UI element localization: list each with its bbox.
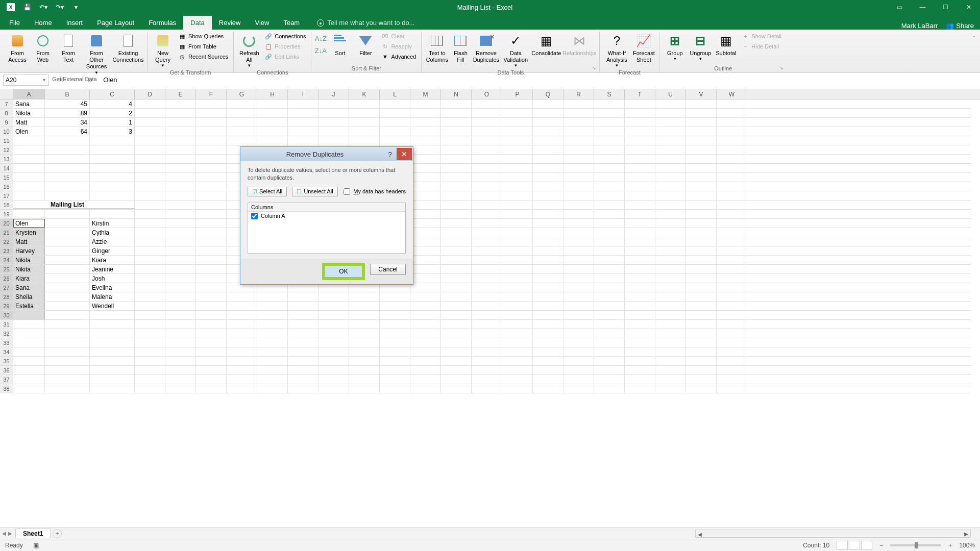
column-header-J[interactable]: J xyxy=(318,89,349,99)
cell-R14[interactable] xyxy=(564,164,594,172)
cancel-button[interactable]: Cancel xyxy=(370,264,406,275)
cell-T19[interactable] xyxy=(625,210,655,218)
cell-F31[interactable] xyxy=(196,320,227,329)
tab-page-layout[interactable]: Page Layout xyxy=(90,16,141,30)
dialog-title-bar[interactable]: Remove Duplicates ? ✕ xyxy=(240,147,413,161)
zoom-in-icon[interactable]: + xyxy=(948,542,952,549)
cell-N27[interactable] xyxy=(441,283,472,292)
share-button[interactable]: 👥 Share xyxy=(946,22,974,30)
cell-L36[interactable] xyxy=(380,366,410,374)
column-header-U[interactable]: U xyxy=(655,89,686,99)
cell-A20[interactable]: Olen xyxy=(13,219,45,228)
cell-P34[interactable] xyxy=(502,347,533,356)
cell-D35[interactable] xyxy=(135,357,165,365)
cell-I11[interactable] xyxy=(288,136,318,145)
cell-U15[interactable] xyxy=(655,173,686,182)
tab-view[interactable]: View xyxy=(248,16,276,30)
cell-I10[interactable] xyxy=(288,127,318,136)
qat-customize-icon[interactable]: ▾ xyxy=(70,2,82,13)
cell-F29[interactable] xyxy=(196,302,227,310)
cell-O14[interactable] xyxy=(472,164,502,172)
cell-P13[interactable] xyxy=(502,155,533,163)
cell-C24[interactable]: Kiara xyxy=(90,256,135,264)
cell-A8[interactable]: Nikita xyxy=(13,109,45,117)
cell-V33[interactable] xyxy=(686,338,717,347)
cell-B15[interactable] xyxy=(45,173,90,182)
cell-F13[interactable] xyxy=(196,155,227,163)
cell-B36[interactable] xyxy=(45,366,90,374)
cell-N20[interactable] xyxy=(441,219,472,228)
cell-G32[interactable] xyxy=(227,329,257,338)
tab-formulas[interactable]: Formulas xyxy=(141,16,183,30)
cell-F35[interactable] xyxy=(196,357,227,365)
cell-B38[interactable] xyxy=(45,384,90,393)
cell-O37[interactable] xyxy=(472,375,502,384)
cell-E33[interactable] xyxy=(165,338,196,347)
cell-S27[interactable] xyxy=(594,283,625,292)
cell-E13[interactable] xyxy=(165,155,196,163)
cell-T28[interactable] xyxy=(625,292,655,301)
cell-B9[interactable]: 34 xyxy=(45,118,90,127)
flash-fill-button[interactable]: Flash Fill xyxy=(450,32,471,64)
tab-home[interactable]: Home xyxy=(27,16,59,30)
from-other-sources-button[interactable]: From Other Sources▼ xyxy=(82,32,111,76)
cell-A17[interactable] xyxy=(13,191,45,200)
cell-P8[interactable] xyxy=(502,109,533,117)
cell-N11[interactable] xyxy=(441,136,472,145)
cell-Q27[interactable] xyxy=(533,283,564,292)
cell-O32[interactable] xyxy=(472,329,502,338)
tab-review[interactable]: Review xyxy=(212,16,248,30)
cell-D14[interactable] xyxy=(135,164,165,172)
cell-G35[interactable] xyxy=(227,357,257,365)
cell-R18[interactable] xyxy=(564,201,594,209)
tell-me-box[interactable]: Tell me what you want to do... xyxy=(310,16,422,30)
cell-P31[interactable] xyxy=(502,320,533,329)
what-if-button[interactable]: ?What-If Analysis▼ xyxy=(603,32,630,69)
cell-V14[interactable] xyxy=(686,164,717,172)
cell-S16[interactable] xyxy=(594,182,625,191)
cell-H9[interactable] xyxy=(257,118,288,127)
minimize-icon[interactable]: — xyxy=(911,0,934,14)
cell-N17[interactable] xyxy=(441,191,472,200)
cell-N24[interactable] xyxy=(441,256,472,264)
sheet-nav-prev-icon[interactable]: ◀ xyxy=(2,531,6,536)
cell-S21[interactable] xyxy=(594,228,625,237)
refresh-all-button[interactable]: Refresh All▼ xyxy=(237,32,261,69)
cell-D27[interactable] xyxy=(135,283,165,292)
cell-G28[interactable] xyxy=(227,292,257,301)
cell-L34[interactable] xyxy=(380,347,410,356)
cell-D36[interactable] xyxy=(135,366,165,374)
cell-D16[interactable] xyxy=(135,182,165,191)
cell-A22[interactable]: Matt xyxy=(13,237,45,246)
formula-input[interactable]: Olen xyxy=(99,76,980,84)
cell-D23[interactable] xyxy=(135,246,165,255)
cell-F27[interactable] xyxy=(196,283,227,292)
data-tools-launcher-icon[interactable]: ↘ xyxy=(592,65,598,71)
cell-P16[interactable] xyxy=(502,182,533,191)
clear-filter-button[interactable]: ⌧Clear xyxy=(379,32,418,41)
cell-A11[interactable] xyxy=(13,136,45,145)
cell-U12[interactable] xyxy=(655,145,686,154)
cell-U25[interactable] xyxy=(655,265,686,273)
cell-M8[interactable] xyxy=(410,109,441,117)
cell-U30[interactable] xyxy=(655,311,686,319)
column-header-E[interactable]: E xyxy=(165,89,196,99)
cell-O38[interactable] xyxy=(472,384,502,393)
cell-J7[interactable] xyxy=(318,99,349,108)
cell-M20[interactable] xyxy=(410,219,441,228)
cell-W30[interactable] xyxy=(717,311,747,319)
cell-D28[interactable] xyxy=(135,292,165,301)
cell-W12[interactable] xyxy=(717,145,747,154)
cell-L31[interactable] xyxy=(380,320,410,329)
cell-T36[interactable] xyxy=(625,366,655,374)
cell-C25[interactable]: Jeanine xyxy=(90,265,135,273)
cell-O29[interactable] xyxy=(472,302,502,310)
cell-M14[interactable] xyxy=(410,164,441,172)
cell-Q21[interactable] xyxy=(533,228,564,237)
cell-D12[interactable] xyxy=(135,145,165,154)
cell-Q38[interactable] xyxy=(533,384,564,393)
cell-A12[interactable] xyxy=(13,145,45,154)
cell-E32[interactable] xyxy=(165,329,196,338)
cell-N28[interactable] xyxy=(441,292,472,301)
cell-B13[interactable] xyxy=(45,155,90,163)
